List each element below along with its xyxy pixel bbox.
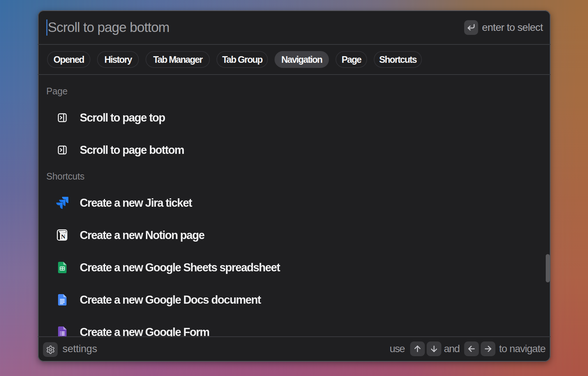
svg-text:N: N — [61, 233, 66, 240]
